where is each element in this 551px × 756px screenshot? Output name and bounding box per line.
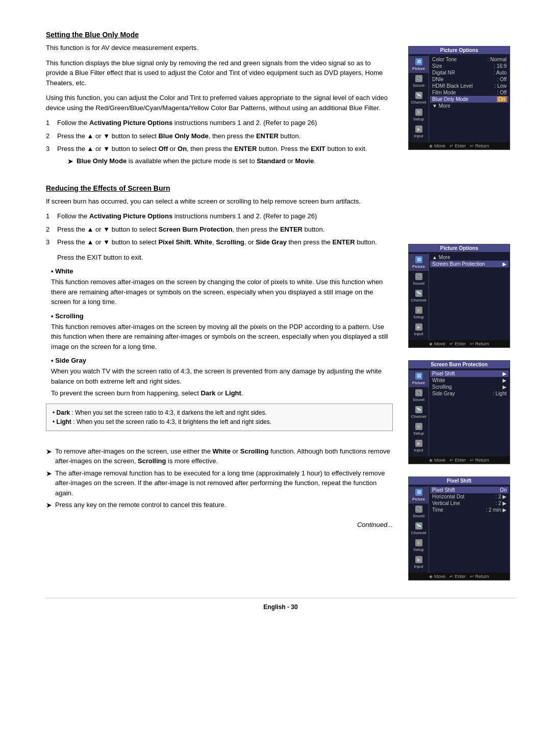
- input-icon: ▶: [415, 125, 422, 133]
- sidebar-picture: 🖼 Picture: [409, 56, 429, 73]
- setup2-icon: ⚙: [415, 307, 422, 314]
- footer-text: English - 30: [263, 603, 297, 611]
- channel3-icon: 📡: [415, 406, 422, 413]
- tip-3: ➤ Press any key on the remote control to…: [46, 500, 393, 511]
- tv-menu-2-sidebar: 🖼 Picture 🔊 Sound 📡 Channel ⚙: [409, 252, 429, 340]
- tv-menu-2-header: Picture Options: [409, 244, 510, 252]
- tv-menu-2-content: ▲ More Screen Burn Protection▶: [429, 252, 510, 340]
- step-2-3: 3 Press the ▲ or ▼ button to select Pixe…: [46, 237, 393, 247]
- tv-menu-3-footer: ◈ Move ↵ Enter ↩ Return: [409, 457, 510, 464]
- sidebar4-sound: 🔊 Sound: [409, 503, 429, 520]
- menu4-row-pixel-shift: Pixel ShiftOn: [430, 487, 509, 493]
- setup-icon: ⚙: [415, 109, 422, 116]
- menu1-row-more: ▼ More: [432, 103, 507, 109]
- sidebar2-input: ▶ Input: [409, 321, 429, 338]
- menu4-row-time: Time: 2 min ▶: [432, 507, 507, 513]
- step-2-2: 2 Press the ▲ or ▼ button to select Scre…: [46, 224, 393, 235]
- tv-menu-4-header: Pixel Shift: [409, 477, 510, 485]
- section-screen-burn: Reducing the Effects of Screen Burn If s…: [46, 184, 393, 431]
- sidebar2-sound: 🔊 Sound: [409, 271, 429, 288]
- info-box-line2: • Light : When you set the screen ratio …: [53, 417, 386, 426]
- tip-2: ➤ The after-image removal function has t…: [46, 468, 393, 498]
- menu1-row-hdmi: HDMI Black Level: Low: [432, 83, 507, 89]
- tv-menu-1-sidebar: 🖼 Picture 🔊 Sound 📡 Channel ⚙: [409, 54, 429, 142]
- tip-1: ➤ To remove after-images on the screen, …: [46, 446, 393, 466]
- section1-title: Setting the Blue Only Mode: [46, 31, 393, 39]
- sidebar-setup: ⚙ Setup: [409, 107, 429, 123]
- menu2-row-more: ▲ More: [432, 254, 507, 261]
- tv-menu-4-body: 🖼 Picture 🔊 Sound 📡 Channel ⚙: [409, 485, 510, 573]
- sidebar4-channel: 📡 Channel: [409, 520, 429, 537]
- tv-menu-1-body: 🖼 Picture 🔊 Sound 📡 Channel ⚙: [409, 54, 510, 142]
- tv-menu-4: Pixel Shift 🖼 Picture 🔊 Sound 📡: [408, 476, 510, 581]
- section2-title: Reducing the Effects of Screen Burn: [46, 184, 393, 192]
- page: Setting the Blue Only Mode This function…: [0, 0, 551, 756]
- menu1-row-color-tone: Color Tone: Normal: [432, 56, 507, 63]
- setup3-icon: ⚙: [415, 423, 422, 430]
- channel-icon: 📡: [415, 92, 422, 99]
- menu3-row-side-gray: Side Gray: Light: [432, 390, 507, 397]
- menu1-row-dnle: DNle: Off: [432, 76, 507, 83]
- picture-icon: 🖼: [415, 58, 422, 65]
- section2-intro: If screen burn has occurred, you can sel…: [46, 196, 393, 207]
- bullet-side-gray: • Side Gray When you watch TV with the s…: [51, 357, 393, 398]
- menu4-row-vert-line: Vertical Line: 2 ▶: [432, 500, 507, 507]
- channel2-icon: 📡: [415, 290, 422, 297]
- info-box: • Dark : When you set the screen ratio t…: [46, 404, 393, 431]
- tv-menu-3-header: Screen Burn Protection: [409, 361, 510, 368]
- sidebar-channel: 📡 Channel: [409, 90, 429, 107]
- picture4-icon: 🖼: [415, 489, 422, 496]
- sidebar-input: ▶ Input: [409, 123, 429, 140]
- tips-section: ➤ To remove after-images on the screen, …: [46, 446, 393, 511]
- continued-label: Continued...: [46, 521, 393, 528]
- section1-intro2: This function displays the blue signal o…: [46, 58, 393, 88]
- menu1-row-size: Size: 16:9: [432, 63, 507, 69]
- section1-intro1: This function is for AV device measureme…: [46, 43, 393, 53]
- tv-menu-4-footer: ◈ Move ↵ Enter ↩ Return: [409, 573, 510, 580]
- exit-text: Press the EXIT button to exit.: [57, 253, 393, 263]
- tv-menu-1-content: Color Tone: Normal Size: 16:9 Digital NR…: [429, 54, 510, 142]
- tv-menu-4-sidebar: 🖼 Picture 🔊 Sound 📡 Channel ⚙: [409, 485, 429, 573]
- setup4-icon: ⚙: [415, 539, 422, 546]
- menu1-row-blue-only: Blue Only ModeOn: [430, 96, 509, 103]
- menu1-row-digital-nr: Digital NR: Auto: [432, 69, 507, 76]
- input3-icon: ▶: [415, 440, 422, 447]
- step-2-1: 1 Follow the Activating Picture Options …: [46, 211, 393, 221]
- left-column: Setting the Blue Only Mode This function…: [46, 31, 393, 583]
- tv-menu-1: Picture Options 🖼 Picture 🔊 Sound 📡: [408, 46, 510, 150]
- tv-menu-2: Picture Options 🖼 Picture 🔊 Sound 📡: [408, 244, 510, 348]
- sidebar2-setup: ⚙ Setup: [409, 305, 429, 321]
- sidebar2-channel: 📡 Channel: [409, 288, 429, 305]
- section1-steps: 1 Follow the Activating Picture Options …: [46, 118, 393, 169]
- tv-menu-1-header: Picture Options: [409, 46, 510, 54]
- menu2-row-screen-burn: Screen Burn Protection▶: [430, 261, 509, 267]
- tv-menu-3: Screen Burn Protection 🖼 Picture 🔊 Sound…: [408, 360, 510, 464]
- sound4-icon: 🔊: [415, 506, 422, 513]
- bullet-white: • White This function removes after-imag…: [51, 267, 393, 307]
- sidebar4-setup: ⚙ Setup: [409, 537, 429, 554]
- section1-arrow-note: ➤ Blue Only Mode is available when the p…: [67, 156, 367, 167]
- bullet-scrolling: • Scrolling This function removes after-…: [51, 312, 393, 352]
- sidebar4-picture: 🖼 Picture: [409, 487, 429, 503]
- menu3-row-white: White▶: [432, 377, 507, 384]
- page-footer: English - 30: [46, 598, 515, 611]
- sidebar3-setup: ⚙ Setup: [409, 421, 429, 438]
- channel4-icon: 📡: [415, 522, 422, 530]
- tv-menu-2-body: 🖼 Picture 🔊 Sound 📡 Channel ⚙: [409, 252, 510, 340]
- tv-menu-4-content: Pixel ShiftOn Horizontal Dot: 2 ▶ Vertic…: [429, 485, 510, 573]
- sound3-icon: 🔊: [415, 389, 422, 396]
- sound-icon: 🔊: [415, 75, 422, 82]
- tv-menu-3-content: Pixel Shift▶ White▶ Scrolling▶ Side Gray…: [429, 368, 510, 457]
- tv-menu-2-footer: ◈ Move ↵ Enter ↩ Return: [409, 340, 510, 347]
- main-content: Setting the Blue Only Mode This function…: [46, 31, 515, 583]
- sound2-icon: 🔊: [415, 273, 422, 280]
- tv-menu-3-sidebar: 🖼 Picture 🔊 Sound 📡 Channel ⚙: [409, 368, 429, 457]
- menu1-row-film-mode: Film Mode: Off: [432, 89, 507, 96]
- right-column: Picture Options 🖼 Picture 🔊 Sound 📡: [408, 31, 515, 583]
- picture3-icon: 🖼: [415, 372, 422, 380]
- picture2-icon: 🖼: [415, 256, 422, 263]
- sidebar2-picture: 🖼 Picture: [409, 254, 429, 271]
- section-blue-only-mode: Setting the Blue Only Mode This function…: [46, 31, 393, 169]
- sidebar3-input: ▶ Input: [409, 438, 429, 455]
- menu3-row-pixel-shift: Pixel Shift▶: [430, 370, 509, 377]
